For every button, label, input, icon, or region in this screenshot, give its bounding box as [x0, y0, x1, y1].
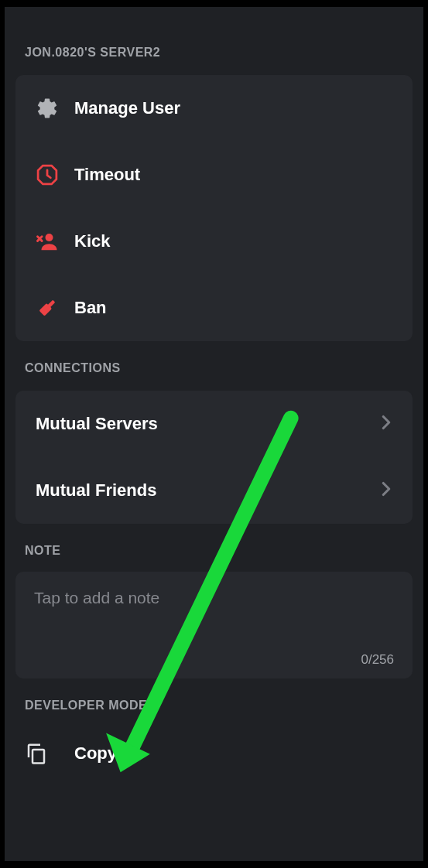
- note-section-header: NOTE: [5, 524, 423, 558]
- svg-point-1: [46, 234, 53, 241]
- developer-section-header: DEVELOPER MODE: [5, 678, 423, 713]
- timeout-button[interactable]: Timeout: [15, 142, 413, 208]
- note-char-counter: 0/256: [361, 652, 394, 668]
- ban-hammer-icon: [36, 296, 74, 320]
- copy-id-icon: [25, 742, 74, 765]
- ban-button[interactable]: Ban: [15, 275, 413, 341]
- user-profile-panel: JON.0820'S SERVER2 Manage User Timeout: [5, 7, 423, 861]
- copy-id-button[interactable]: Copy ID: [5, 723, 423, 784]
- connections-card: Mutual Servers Mutual Friends: [15, 391, 413, 524]
- mutual-servers-button[interactable]: Mutual Servers: [15, 391, 413, 457]
- ban-label: Ban: [74, 298, 107, 318]
- chevron-right-icon: [380, 481, 392, 500]
- timeout-icon: [36, 163, 74, 186]
- copy-id-label: Copy ID: [74, 743, 139, 764]
- gear-icon: [36, 97, 74, 120]
- chevron-right-icon: [380, 415, 392, 433]
- kick-label: Kick: [74, 231, 110, 251]
- manage-user-button[interactable]: Manage User: [15, 75, 413, 142]
- server-section-header: JON.0820'S SERVER2: [5, 7, 423, 60]
- note-card: 0/256: [15, 572, 413, 678]
- kick-button[interactable]: Kick: [15, 208, 413, 275]
- timeout-label: Timeout: [74, 165, 140, 185]
- server-actions-card: Manage User Timeout Kick: [15, 75, 413, 341]
- mutual-friends-button[interactable]: Mutual Friends: [15, 457, 413, 524]
- kick-user-icon: [36, 230, 74, 253]
- manage-user-label: Manage User: [74, 98, 180, 118]
- connections-section-header: CONNECTIONS: [5, 341, 423, 375]
- mutual-friends-label: Mutual Friends: [36, 480, 156, 501]
- mutual-servers-label: Mutual Servers: [36, 414, 158, 434]
- note-input[interactable]: [34, 589, 394, 607]
- svg-rect-4: [33, 750, 44, 764]
